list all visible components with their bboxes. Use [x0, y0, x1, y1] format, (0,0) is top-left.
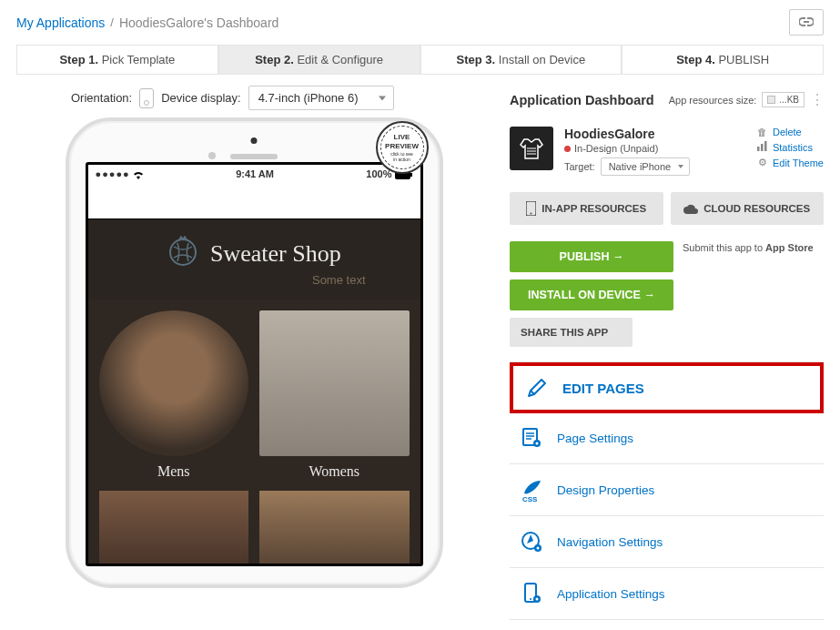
target-select[interactable]: Native iPhone — [601, 158, 691, 176]
statistics-link[interactable]: Statistics — [757, 141, 824, 153]
phone-speaker-icon — [230, 154, 278, 159]
status-bar: ●●●●● 9:41 AM 100% — [88, 165, 420, 183]
status-time: 9:41 AM — [236, 168, 274, 179]
shop-title: Sweater Shop — [210, 240, 341, 268]
dashboard-title: Application Dashboard — [510, 93, 654, 107]
phone-sensor-icon — [208, 152, 216, 159]
edit-pages-item[interactable]: EDIT PAGES — [510, 362, 824, 413]
device-display-label: Device display: — [161, 91, 240, 105]
device-display-select[interactable]: 4.7-inch (iPhone 6) — [248, 86, 394, 110]
svg-rect-4 — [761, 144, 764, 151]
step-2[interactable]: Step 2. Edit & Configure — [218, 45, 420, 75]
edit-theme-link[interactable]: ⚙Edit Theme — [757, 157, 824, 168]
wizard-steps: Step 1. Pick Template Step 2. Edit & Con… — [16, 45, 824, 75]
link-icon — [799, 17, 814, 26]
category-womens-image — [259, 310, 410, 456]
resources-size-label: App resources size: — [669, 95, 757, 106]
phone-camera-icon — [251, 137, 258, 144]
category-mens-label: Mens — [99, 463, 249, 480]
category-mens-image — [99, 310, 249, 456]
svg-point-7 — [531, 213, 532, 215]
step-4[interactable]: Step 4. PUBLISH — [622, 45, 824, 75]
shop-subtitle: Some text — [88, 273, 420, 287]
breadcrumb: My Applications / HoodiesGalore's Dashbo… — [0, 0, 840, 45]
shop-hero: Sweater Shop Some text — [88, 219, 420, 300]
status-dot-icon — [564, 146, 571, 152]
svg-rect-5 — [764, 141, 767, 151]
app-status: In-Design (Unpaid) — [574, 143, 658, 154]
svg-rect-3 — [757, 147, 760, 151]
phone-gear-icon — [519, 581, 544, 606]
orientation-portrait-icon[interactable] — [139, 88, 154, 108]
design-properties-item[interactable]: CSS Design Properties — [510, 464, 824, 516]
delete-link[interactable]: 🗑Delete — [757, 127, 824, 137]
category-mens[interactable]: Mens — [99, 310, 249, 480]
phone-screen: ●●●●● 9:41 AM 100% Sweater Shop Some tex… — [86, 162, 423, 566]
compass-gear-icon — [519, 529, 544, 554]
phone-frame: LIVEPREVIEW click to seein action ●●●●● … — [66, 117, 443, 588]
install-device-button[interactable]: INSTALL ON DEVICE → — [510, 279, 673, 310]
signal-icon: ●●●●● — [96, 168, 130, 179]
live-preview-badge[interactable]: LIVEPREVIEW click to seein action — [376, 121, 429, 174]
breadcrumb-separator: / — [110, 15, 114, 29]
share-app-button[interactable]: SHARE THIS APP — [510, 318, 633, 347]
resources-size-icon — [767, 96, 775, 104]
publish-button[interactable]: PUBLISH → — [510, 241, 673, 272]
nav-bar-blank — [88, 183, 420, 219]
yarn-logo-icon — [167, 236, 199, 271]
pencil-icon — [524, 375, 550, 401]
svg-rect-1 — [410, 173, 412, 177]
svg-point-14 — [537, 547, 540, 550]
share-link-button[interactable] — [789, 9, 824, 36]
target-label: Target: — [564, 161, 595, 172]
app-name: HoodiesGalore — [564, 127, 746, 141]
sweater-icon — [515, 132, 548, 165]
category-womens[interactable]: Womens — [259, 310, 410, 480]
category-womens-label: Womens — [259, 463, 410, 480]
cloud-icon — [683, 204, 698, 214]
step-1[interactable]: Step 1. Pick Template — [16, 45, 218, 75]
resources-size-value[interactable]: ...KB — [762, 92, 805, 107]
phone-icon — [526, 201, 536, 216]
navigation-settings-item[interactable]: Navigation Settings — [510, 516, 824, 568]
page-gear-icon — [519, 425, 544, 451]
cloud-resources-button[interactable]: CLOUD RESOURCES — [671, 192, 825, 225]
category-extra-2-image[interactable] — [259, 491, 410, 564]
svg-point-10 — [536, 442, 539, 445]
orientation-label: Orientation: — [71, 91, 132, 105]
wifi-icon — [133, 171, 144, 179]
breadcrumb-current: HoodiesGalore's Dashboard — [119, 15, 278, 30]
submit-hint: Submit this app to App Store — [683, 241, 814, 255]
inapp-resources-button[interactable]: IN-APP RESOURCES — [510, 192, 663, 225]
trash-icon: 🗑 — [757, 127, 768, 137]
stats-icon — [757, 141, 768, 153]
category-extra-1-image[interactable] — [99, 491, 249, 564]
step-3[interactable]: Step 3. Install on Device — [420, 45, 622, 75]
kebab-menu-icon[interactable]: ⋮ — [810, 91, 824, 108]
svg-text:CSS: CSS — [522, 495, 538, 503]
brush-css-icon: CSS — [519, 477, 544, 503]
application-settings-item[interactable]: Application Settings — [510, 568, 824, 620]
svg-point-18 — [536, 598, 539, 601]
breadcrumb-root-link[interactable]: My Applications — [16, 15, 105, 30]
page-settings-item[interactable]: Page Settings — [510, 412, 824, 464]
svg-point-2 — [170, 239, 196, 265]
svg-point-16 — [530, 598, 531, 600]
settings-list: EDIT PAGES Page Settings CSS Design Prop… — [510, 361, 824, 620]
app-thumbnail — [510, 127, 553, 170]
gear-icon: ⚙ — [757, 157, 768, 168]
